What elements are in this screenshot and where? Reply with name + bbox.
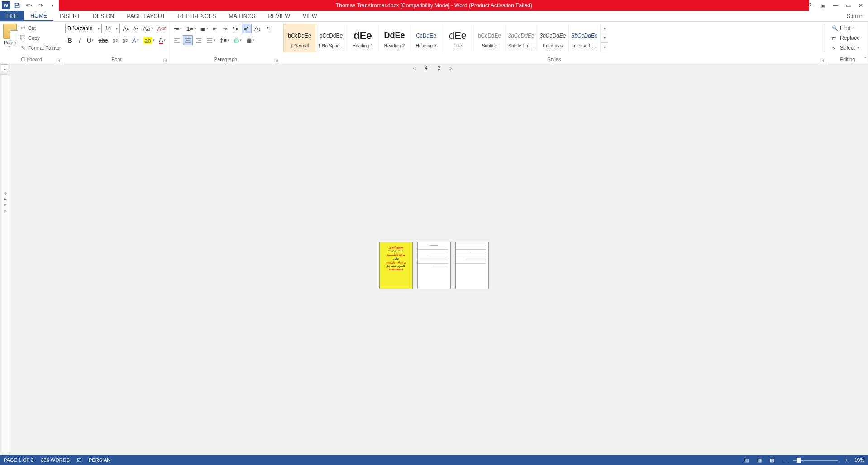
- style-heading-1[interactable]: dEeHeading 1: [347, 24, 379, 52]
- paragraph-launcher[interactable]: ◲: [274, 58, 278, 62]
- clipboard-launcher[interactable]: ◲: [56, 58, 60, 62]
- tab-mailings[interactable]: MAILINGS: [223, 11, 262, 21]
- style-intense-e-[interactable]: 3bCcDdEeIntense E…: [569, 24, 601, 52]
- numbering-button[interactable]: 1≡▾: [185, 24, 198, 33]
- cover-line: با کمترین قیمت بازار: [382, 265, 410, 267]
- style-heading-2[interactable]: DdEeHeading 2: [379, 24, 410, 52]
- style-subtitle[interactable]: bCcDdEeSubtitle: [474, 24, 506, 52]
- style---no-spac-[interactable]: bCcDdEe¶ No Spac…: [315, 24, 347, 52]
- select-button[interactable]: ↖Select▾: [832, 43, 860, 52]
- clear-formatting-button[interactable]: A⌫: [155, 24, 168, 33]
- subscript-button[interactable]: x2: [110, 35, 119, 45]
- style-name: Heading 1: [353, 43, 373, 48]
- cover-title: تحقیق آنلاین: [382, 246, 410, 249]
- multilevel-button[interactable]: ≣▾: [199, 24, 210, 33]
- ribbon-tabs: FILE HOME INSERT DESIGN PAGE LAYOUT REFE…: [0, 11, 868, 22]
- maximize-button[interactable]: ▭: [844, 1, 853, 10]
- tab-home[interactable]: HOME: [24, 11, 53, 21]
- help-button[interactable]: ?: [806, 1, 815, 10]
- close-button[interactable]: ✕: [856, 1, 865, 10]
- zoom-thumb[interactable]: [797, 458, 801, 463]
- styles-scroll-down[interactable]: ▾: [601, 33, 608, 43]
- tab-insert[interactable]: INSERT: [53, 11, 86, 21]
- cut-button[interactable]: ✂Cut: [20, 24, 61, 33]
- style-title[interactable]: dEeTitle: [442, 24, 474, 52]
- sort-button[interactable]: A↓: [253, 24, 263, 33]
- zoom-in-button[interactable]: +: [842, 456, 851, 464]
- decrease-indent-button[interactable]: ⇤: [211, 24, 220, 33]
- tab-references[interactable]: REFERENCES: [172, 11, 223, 21]
- style-preview: 3bCcDdEe: [539, 28, 566, 43]
- show-marks-button[interactable]: ¶: [264, 24, 273, 33]
- style-emphasis[interactable]: 3bCcDdEeEmphasis: [537, 24, 569, 52]
- justify-button[interactable]: ▾: [205, 35, 217, 45]
- format-painter-button[interactable]: ✎Format Painter: [20, 43, 61, 52]
- copy-button[interactable]: ⿻Copy: [20, 33, 61, 43]
- page-2[interactable]: —————— ——————————————————————————— —————…: [417, 242, 451, 289]
- cover-url: Tahghighonline.ir: [382, 250, 410, 252]
- tab-review[interactable]: REVIEW: [262, 11, 296, 21]
- superscript-button[interactable]: x2: [120, 35, 129, 45]
- web-layout-button[interactable]: ▩: [768, 456, 777, 464]
- tab-page-layout[interactable]: PAGE LAYOUT: [120, 11, 172, 21]
- align-center-button[interactable]: [183, 35, 193, 45]
- redo-button[interactable]: ↷: [36, 1, 45, 10]
- text-effects-button[interactable]: A▾: [130, 35, 141, 45]
- save-button[interactable]: [13, 1, 22, 10]
- change-case-button[interactable]: Aa▾: [141, 24, 155, 33]
- replace-button[interactable]: ⇄Replace: [832, 33, 860, 43]
- page-2-text: —————— ——————————————————————————— —————…: [420, 245, 448, 268]
- bold-button[interactable]: B: [65, 35, 74, 45]
- styles-more[interactable]: ▾: [601, 43, 608, 52]
- font-launcher[interactable]: ◲: [163, 58, 167, 62]
- line-spacing-button[interactable]: ‡≡▾: [218, 35, 231, 45]
- align-left-button[interactable]: [172, 35, 182, 45]
- zoom-slider[interactable]: [793, 460, 838, 461]
- style-name: ¶ No Spac…: [318, 43, 344, 48]
- read-mode-button[interactable]: ▤: [742, 456, 751, 464]
- font-size-combo[interactable]: 14▾: [103, 24, 120, 33]
- bullets-button[interactable]: •≡▾: [172, 24, 184, 33]
- italic-button[interactable]: I: [75, 35, 84, 45]
- highlight-button[interactable]: ab▾: [142, 35, 156, 45]
- underline-button[interactable]: U▾: [85, 35, 95, 45]
- font-name-combo[interactable]: B Nazanin▾: [65, 24, 102, 33]
- find-button[interactable]: 🔍Find▾: [832, 24, 860, 33]
- increase-indent-button[interactable]: ⇥: [221, 24, 230, 33]
- tab-selector[interactable]: L: [1, 64, 8, 71]
- page-3[interactable]: ——————————————————————————— ————————————…: [455, 242, 489, 289]
- sign-in-link[interactable]: Sign in: [842, 11, 868, 21]
- styles-launcher[interactable]: ◲: [820, 58, 824, 62]
- shading-button[interactable]: ◍▾: [232, 35, 243, 45]
- print-layout-button[interactable]: ▦: [755, 456, 764, 464]
- undo-button[interactable]: ↶▾: [24, 1, 33, 10]
- status-proofing[interactable]: ☑: [77, 457, 81, 463]
- rtl-button[interactable]: ◂¶: [242, 24, 252, 33]
- style-subtle-em-[interactable]: 3bCcDdEeSubtle Em…: [506, 24, 537, 52]
- ribbon-display-button[interactable]: ▣: [818, 1, 827, 10]
- shrink-font-button[interactable]: A▾: [131, 24, 140, 33]
- align-right-button[interactable]: [194, 35, 204, 45]
- status-language[interactable]: PERSIAN: [89, 457, 110, 463]
- qat-customize[interactable]: ▾: [48, 1, 57, 10]
- grow-font-button[interactable]: A▴: [121, 24, 130, 33]
- tab-design[interactable]: DESIGN: [86, 11, 120, 21]
- style---normal[interactable]: bCcDdEe¶ Normal: [284, 24, 315, 52]
- page-1[interactable]: تحقیق آنلاین Tahghighonline.ir مرجع دانل…: [379, 242, 413, 289]
- ltr-button[interactable]: ¶▸: [231, 24, 241, 33]
- styles-scroll-up[interactable]: ▴: [601, 24, 608, 33]
- strikethrough-button[interactable]: abc: [96, 35, 110, 45]
- horizontal-ruler[interactable]: ◁ 4 2 ▷: [0, 63, 868, 72]
- status-words[interactable]: 396 WORDS: [41, 457, 70, 463]
- tab-file[interactable]: FILE: [0, 11, 24, 21]
- paste-button[interactable]: Paste ▾: [2, 23, 18, 49]
- style-heading-3[interactable]: CcDdEeHeading 3: [410, 24, 442, 52]
- font-color-button[interactable]: A▾: [157, 35, 168, 45]
- borders-button[interactable]: ▦▾: [244, 35, 256, 45]
- zoom-value[interactable]: 10%: [854, 457, 864, 463]
- minimize-button[interactable]: —: [831, 1, 840, 10]
- tab-view[interactable]: VIEW: [296, 11, 323, 21]
- collapse-ribbon-button[interactable]: ˆ: [865, 57, 866, 62]
- status-page[interactable]: PAGE 1 OF 3: [4, 457, 33, 463]
- zoom-out-button[interactable]: −: [780, 456, 789, 464]
